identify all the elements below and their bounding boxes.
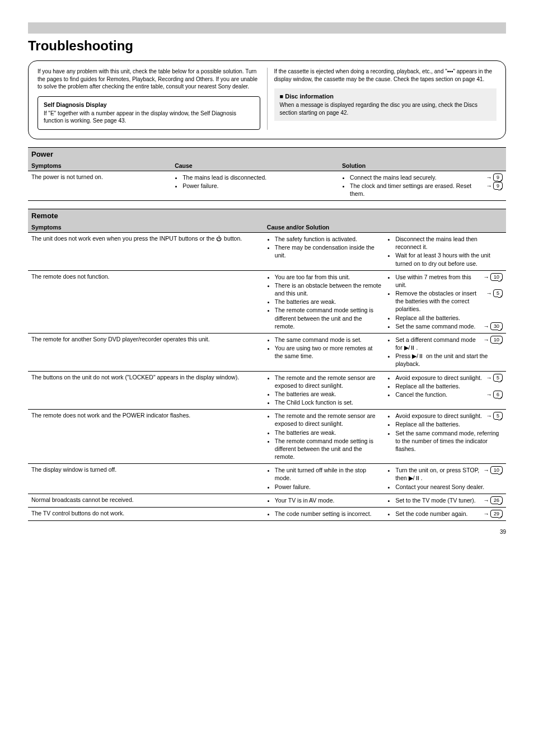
- table-row: The unit does not work even when you pre…: [28, 233, 506, 271]
- list-item: Set the code number again.→29: [395, 510, 503, 518]
- list-item: Wait for at least 3 hours with the unit …: [395, 251, 503, 267]
- disc-info-text: When a message is displayed regarding th…: [280, 101, 491, 116]
- list-item: Set the same command mode.→30: [395, 322, 503, 330]
- list-item: Your TV is in AV mode.: [275, 496, 382, 504]
- table-row: The power is not turned on. The mains le…: [28, 171, 506, 201]
- table-row: The TV control buttons do not work.The c…: [28, 508, 506, 521]
- list-item: Connect the mains lead securely. →9: [350, 173, 503, 181]
- remote-banner: Remote: [28, 209, 506, 223]
- list-item: You are using two or more remotes at the…: [275, 344, 382, 360]
- list-item: Power failure.: [275, 483, 382, 491]
- cause-solution-cell: The safety function is activated.There m…: [264, 233, 506, 271]
- power-col-solution: Solution: [339, 161, 506, 171]
- list-item: There is an obstacle between the remote …: [275, 281, 382, 297]
- list-item: Use within 7 metres from this unit.→10: [395, 273, 503, 289]
- list-item: Press ▶/⏸ on the unit and start the play…: [395, 352, 503, 368]
- power-col-cause: Cause: [171, 161, 339, 171]
- cause-solution-cell: The code number setting is incorrect.Set…: [264, 508, 506, 521]
- list-item: The batteries are weak.: [275, 429, 382, 436]
- self-diagnosis-text: If "E" together with a number appear in …: [44, 110, 254, 125]
- list-item: The unit turned off while in the stop mo…: [275, 466, 382, 482]
- table-row: The remote does not work and the POWER i…: [28, 410, 506, 464]
- symptom-cell: The remote for another Sony DVD player/r…: [28, 333, 264, 371]
- power-col-symptoms: Symptoms: [28, 161, 171, 171]
- list-item: The code number setting is incorrect.: [275, 510, 382, 518]
- page-number: 39: [28, 529, 506, 535]
- symptom-cell: The unit does not work even when you pre…: [28, 233, 264, 271]
- disc-info-title: ■ Disc information: [280, 93, 491, 100]
- symptom-cell: The remote does not function.: [28, 270, 264, 333]
- list-item: Set to the TV mode (TV tuner).→26: [395, 496, 503, 504]
- list-item: The clock and timer settings are erased.…: [350, 182, 503, 198]
- symptom-cell: Normal broadcasts cannot be received.: [28, 494, 264, 507]
- list-item: The Child Lock function is set.: [275, 398, 382, 406]
- cause-solution-cell: Your TV is in AV mode.Set to the TV mode…: [264, 494, 506, 507]
- list-item: The remote and the remote sensor are exp…: [275, 374, 382, 389]
- header-bar: [28, 22, 506, 34]
- list-item: The batteries are weak.: [275, 298, 382, 306]
- table-row: The remote for another Sony DVD player/r…: [28, 333, 506, 371]
- list-item: Cancel the function.→6: [395, 391, 503, 398]
- solution-cell: Connect the mains lead securely. →9 The …: [339, 171, 506, 201]
- list-item: There may be condensation inside the uni…: [275, 243, 382, 259]
- list-item: Disconnect the mains lead then reconnect…: [395, 235, 503, 251]
- self-diagnosis-title: Self Diagnosis Display: [44, 101, 254, 108]
- table-row: Normal broadcasts cannot be received.You…: [28, 494, 506, 507]
- list-item: Remove the obstacles or insert the batte…: [395, 289, 503, 313]
- table-row: The buttons on the unit do not work ("LO…: [28, 371, 506, 410]
- symptom-cell: The buttons on the unit do not work ("LO…: [28, 371, 264, 410]
- table-row: The remote does not function.You are too…: [28, 270, 506, 333]
- cause-solution-cell: The remote and the remote sensor are exp…: [264, 371, 506, 410]
- intro-box: If you have any problem with this unit, …: [28, 60, 506, 139]
- list-item: Turn the unit on, or press STOP, then ▶/…: [395, 466, 503, 482]
- cause-solution-cell: You are too far from this unit.There is …: [264, 270, 506, 333]
- table-row: The display window is turned off.The uni…: [28, 464, 506, 494]
- symptom-cell: The power is not turned on.: [28, 171, 171, 201]
- remote-col-cause-solution: Cause and/or Solution: [264, 222, 506, 233]
- cause-solution-cell: The remote and the remote sensor are exp…: [264, 410, 506, 464]
- symptom-cell: The remote does not work and the POWER i…: [28, 410, 264, 464]
- list-item: Replace all the batteries.: [395, 382, 503, 390]
- list-item: The safety function is activated.: [275, 235, 382, 243]
- list-item: The mains lead is disconnected.: [182, 173, 335, 181]
- list-item: Avoid exposure to direct sunlight.→5: [395, 374, 503, 382]
- list-item: Power failure.: [182, 182, 335, 190]
- list-item: Set a different command mode for ▶/⏸.→10: [395, 336, 503, 351]
- list-item: The batteries are weak.: [275, 390, 382, 398]
- list-item: The same command mode is set.: [275, 336, 382, 344]
- page-title: Troubleshooting: [28, 38, 506, 54]
- remote-table: Remote Symptoms Cause and/or Solution Th…: [28, 209, 506, 521]
- list-item: Replace all the batteries.: [395, 420, 503, 428]
- symptom-cell: The TV control buttons do not work.: [28, 508, 264, 521]
- power-banner: Power: [28, 147, 506, 161]
- list-item: Avoid exposure to direct sunlight.→5: [395, 412, 503, 420]
- list-item: Set the same command mode, referring to …: [395, 429, 503, 453]
- intro-left-text: If you have any problem with this unit, …: [38, 68, 260, 91]
- list-item: Replace all the batteries.: [395, 314, 503, 322]
- remote-col-symptoms: Symptoms: [28, 222, 264, 233]
- intro-right-column: If the cassette is ejected when doing a …: [268, 68, 497, 130]
- list-item: You are too far from this unit.: [275, 273, 382, 281]
- cause-solution-cell: The same command mode is set.You are usi…: [264, 333, 506, 371]
- intro-left-column: If you have any problem with this unit, …: [38, 68, 268, 130]
- cause-solution-cell: The unit turned off while in the stop mo…: [264, 464, 506, 494]
- intro-right-text: If the cassette is ejected when doing a …: [274, 68, 497, 83]
- disc-info-box: ■ Disc information When a message is dis…: [274, 88, 497, 121]
- list-item: The remote command mode setting is diffe…: [275, 437, 382, 461]
- power-table: Power Symptoms Cause Solution The power …: [28, 147, 506, 201]
- list-item: The remote and the remote sensor are exp…: [275, 412, 382, 428]
- list-item: The remote command mode setting is diffe…: [275, 306, 382, 330]
- symptom-cell: The display window is turned off.: [28, 464, 264, 494]
- cause-cell: The mains lead is disconnected. Power fa…: [171, 171, 339, 201]
- list-item: Contact your nearest Sony dealer.: [395, 483, 503, 491]
- self-diagnosis-box: Self Diagnosis Display If "E" together w…: [38, 96, 260, 130]
